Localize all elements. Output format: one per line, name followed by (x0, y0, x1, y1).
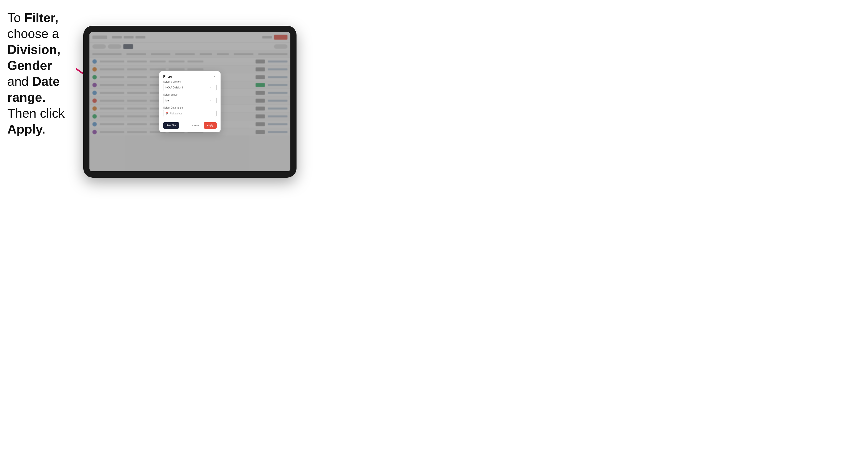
division-clear-icon[interactable]: × (210, 86, 212, 89)
gender-select[interactable]: Men × ⌄ (163, 97, 217, 104)
date-range-label: Select Date range (163, 106, 217, 109)
tablet-screen: Filter × Select a division NCAA Division… (89, 32, 290, 171)
division-chevron-icon: ⌄ (213, 86, 214, 89)
division-controls: × ⌄ (210, 86, 214, 89)
modal-body: Select a division NCAA Division I × ⌄ Se… (159, 81, 221, 122)
instruction-division-bold: Division, Gender (7, 42, 61, 72)
gender-group: Select gender Men × ⌄ (163, 93, 217, 104)
instruction-line1: To Filter, choose a (7, 10, 81, 42)
date-placeholder: Pick a date (170, 112, 182, 115)
gender-selected-value: Men (165, 99, 170, 102)
date-range-input[interactable]: 📅 Pick a date (163, 110, 217, 117)
division-label: Select a division (163, 81, 217, 83)
gender-controls: × ⌄ (210, 99, 214, 102)
calendar-icon: 📅 (165, 112, 168, 115)
instruction-line3: and Date range. (7, 73, 81, 105)
apply-button[interactable]: Apply (204, 122, 217, 129)
filter-modal: Filter × Select a division NCAA Division… (159, 71, 221, 132)
gender-chevron-icon: ⌄ (213, 99, 214, 102)
modal-close-button[interactable]: × (213, 74, 217, 79)
instruction-apply-bold: Apply. (7, 122, 45, 136)
division-selected-value: NCAA Division I (165, 86, 183, 89)
modal-overlay: Filter × Select a division NCAA Division… (89, 32, 290, 171)
division-select[interactable]: NCAA Division I × ⌄ (163, 84, 217, 91)
date-range-group: Select Date range 📅 Pick a date (163, 106, 217, 117)
clear-filter-button[interactable]: Clear filter (163, 122, 179, 129)
division-group: Select a division NCAA Division I × ⌄ (163, 81, 217, 91)
instruction-daterange-bold: Date range. (7, 74, 60, 104)
modal-title: Filter (163, 74, 172, 79)
gender-clear-icon[interactable]: × (210, 99, 212, 102)
instruction-line2: Division, Gender (7, 42, 81, 73)
gender-label: Select gender (163, 93, 217, 96)
modal-footer: Clear filter Cancel Apply (159, 122, 221, 132)
instruction-line4: Then click Apply. (7, 105, 81, 137)
instruction-block: To Filter, choose a Division, Gender and… (7, 10, 81, 137)
cancel-button[interactable]: Cancel (190, 122, 202, 129)
modal-header: Filter × (159, 71, 221, 81)
instruction-filter-bold: Filter, (24, 10, 58, 25)
tablet-frame: Filter × Select a division NCAA Division… (83, 26, 297, 178)
